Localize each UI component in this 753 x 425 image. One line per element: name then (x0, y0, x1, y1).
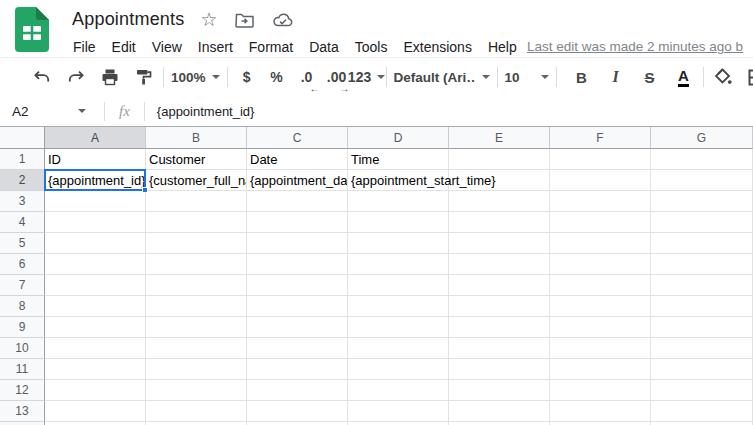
row-header-4[interactable]: 4 (0, 212, 45, 233)
cell-B10[interactable] (146, 338, 247, 359)
cell-G2[interactable] (651, 170, 753, 191)
menu-data[interactable]: Data (301, 39, 347, 55)
menu-help[interactable]: Help (480, 39, 525, 55)
cell-B6[interactable] (146, 254, 247, 275)
cell-B8[interactable] (146, 296, 247, 317)
cell-E1[interactable] (449, 149, 550, 170)
cell-A9[interactable] (45, 317, 146, 338)
cell-C3[interactable] (247, 191, 348, 212)
cell-D7[interactable] (348, 275, 449, 296)
cell-D8[interactable] (348, 296, 449, 317)
cell-E3[interactable] (449, 191, 550, 212)
cell-A4[interactable] (45, 212, 146, 233)
italic-button[interactable]: I (604, 64, 628, 90)
row-header-7[interactable]: 7 (0, 275, 45, 296)
formula-input[interactable]: {appointment_id} (157, 104, 753, 119)
cell-F4[interactable] (550, 212, 651, 233)
cell-A3[interactable] (45, 191, 146, 212)
cell-A5[interactable] (45, 233, 146, 254)
cell-E8[interactable] (449, 296, 550, 317)
cell-F9[interactable] (550, 317, 651, 338)
row-header-12[interactable]: 12 (0, 380, 45, 401)
cell-C11[interactable] (247, 359, 348, 380)
cell-C13[interactable] (247, 401, 348, 422)
cell-D2[interactable]: {appointment_start_time} (348, 170, 449, 191)
cell-E7[interactable] (449, 275, 550, 296)
cell-D3[interactable] (348, 191, 449, 212)
cell-C1[interactable]: Date (247, 149, 348, 170)
column-header-C[interactable]: C (247, 127, 348, 149)
menu-view[interactable]: View (144, 39, 190, 55)
cell-G7[interactable] (651, 275, 753, 296)
cell-D5[interactable] (348, 233, 449, 254)
row-header-10[interactable]: 10 (0, 338, 45, 359)
cell-C4[interactable] (247, 212, 348, 233)
cell-B13[interactable] (146, 401, 247, 422)
column-header-E[interactable]: E (449, 127, 550, 149)
star-icon[interactable]: ☆ (200, 10, 217, 29)
cell-G5[interactable] (651, 233, 753, 254)
percent-format-button[interactable]: % (265, 64, 289, 90)
cell-F8[interactable] (550, 296, 651, 317)
cell-E4[interactable] (449, 212, 550, 233)
paint-format-button[interactable] (132, 64, 156, 90)
cell-F11[interactable] (550, 359, 651, 380)
document-title[interactable]: Appointments (72, 9, 184, 30)
cell-A1[interactable]: ID (45, 149, 146, 170)
cloud-saved-icon[interactable] (272, 12, 294, 28)
increase-decimal-button[interactable]: .00 → (325, 64, 349, 90)
strikethrough-button[interactable]: S (638, 64, 662, 90)
cell-E10[interactable] (449, 338, 550, 359)
fill-color-button[interactable] (711, 64, 735, 90)
cell-C7[interactable] (247, 275, 348, 296)
cell-D11[interactable] (348, 359, 449, 380)
decrease-decimal-button[interactable]: .0 ← (295, 64, 319, 90)
column-header-D[interactable]: D (348, 127, 449, 149)
cell-F5[interactable] (550, 233, 651, 254)
bold-button[interactable]: B (570, 64, 594, 90)
row-header-11[interactable]: 11 (0, 359, 45, 380)
cell-A7[interactable] (45, 275, 146, 296)
cell-E13[interactable] (449, 401, 550, 422)
cell-E11[interactable] (449, 359, 550, 380)
cell-E6[interactable] (449, 254, 550, 275)
select-all-corner[interactable] (0, 127, 45, 149)
cell-C10[interactable] (247, 338, 348, 359)
name-box[interactable]: A2 (0, 104, 86, 119)
cell-F10[interactable] (550, 338, 651, 359)
more-formats-button[interactable]: 123 (355, 64, 379, 90)
cell-G1[interactable] (651, 149, 753, 170)
menu-edit[interactable]: Edit (104, 39, 144, 55)
cell-G9[interactable] (651, 317, 753, 338)
cell-G13[interactable] (651, 401, 753, 422)
font-size-select[interactable]: 10 (505, 70, 549, 85)
cell-B9[interactable] (146, 317, 247, 338)
cell-D6[interactable] (348, 254, 449, 275)
row-header-9[interactable]: 9 (0, 317, 45, 338)
column-header-A[interactable]: A (45, 127, 146, 149)
row-header-1[interactable]: 1 (0, 149, 45, 170)
menu-extensions[interactable]: Extensions (395, 39, 479, 55)
cell-D1[interactable]: Time (348, 149, 449, 170)
cell-G6[interactable] (651, 254, 753, 275)
cell-B1[interactable]: Customer (146, 149, 247, 170)
menu-insert[interactable]: Insert (190, 39, 241, 55)
cell-C9[interactable] (247, 317, 348, 338)
cell-B2[interactable]: {customer_full_name} (146, 170, 247, 191)
row-header-2[interactable]: 2 (0, 170, 45, 191)
menu-tools[interactable]: Tools (347, 39, 396, 55)
cell-F12[interactable] (550, 380, 651, 401)
menu-file[interactable]: File (65, 39, 104, 55)
row-header-6[interactable]: 6 (0, 254, 45, 275)
move-to-folder-icon[interactable] (235, 12, 255, 28)
menu-format[interactable]: Format (241, 39, 301, 55)
cell-C8[interactable] (247, 296, 348, 317)
cell-D4[interactable] (348, 212, 449, 233)
cell-E5[interactable] (449, 233, 550, 254)
cell-B7[interactable] (146, 275, 247, 296)
cell-B12[interactable] (146, 380, 247, 401)
cell-F3[interactable] (550, 191, 651, 212)
cell-B11[interactable] (146, 359, 247, 380)
zoom-select[interactable]: 100% (171, 70, 220, 85)
cell-F7[interactable] (550, 275, 651, 296)
